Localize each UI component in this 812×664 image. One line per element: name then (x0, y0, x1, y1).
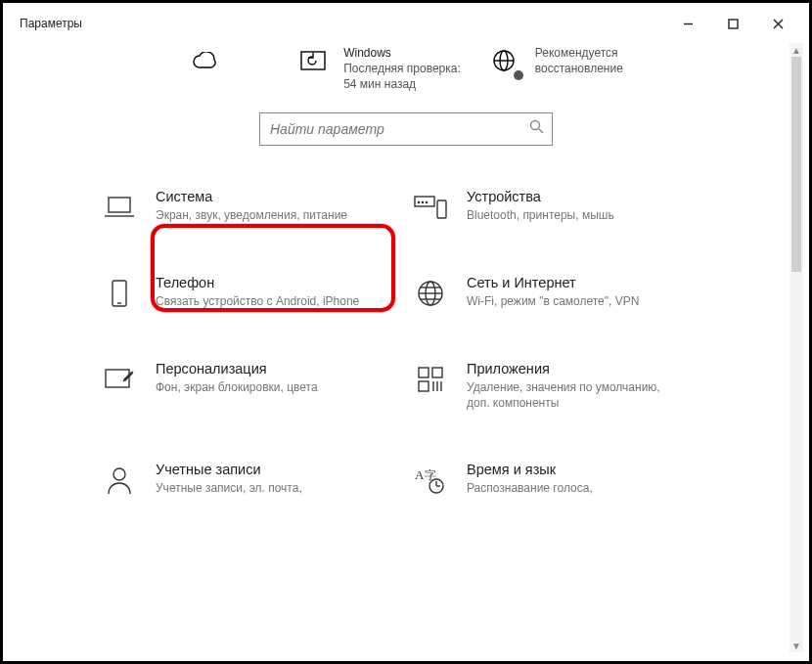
person-icon (103, 464, 136, 497)
tile-desc: Учетные записи, эл. почта, (156, 480, 302, 496)
content-area: Windows Последняя проверка: 54 мин назад… (8, 39, 804, 656)
web-status[interactable]: Рекомендуется восстановление (474, 45, 637, 93)
svg-rect-27 (419, 368, 429, 377)
tile-desc: Связать устройство с Android, iPhone (156, 293, 359, 309)
window-title: Параметры (20, 17, 82, 30)
update-line2: 54 мин назад (343, 76, 461, 92)
svg-marker-26 (123, 372, 133, 381)
svg-rect-17 (113, 281, 126, 306)
phone-icon (103, 277, 136, 310)
minimize-button[interactable] (665, 8, 710, 39)
svg-point-14 (418, 201, 419, 202)
svg-rect-29 (419, 381, 429, 391)
info-strip: Windows Последняя проверка: 54 мин назад… (8, 39, 804, 112)
onedrive-status[interactable] (175, 45, 283, 93)
tile-title: Телефон (156, 275, 359, 290)
minimize-icon (683, 19, 694, 29)
tile-desc: Фон, экран блокировки, цвета (156, 379, 318, 395)
window: Параметры ▲ ▼ (8, 8, 804, 656)
tile-title: Время и язык (467, 462, 593, 477)
apps-icon (414, 363, 447, 396)
search-box[interactable] (259, 112, 553, 146)
tile-desc: Bluetooth, принтеры, мышь (467, 207, 614, 223)
tile-phone[interactable]: Телефон Связать устройство с Android, iP… (103, 275, 398, 310)
tile-desc: Wi-Fi, режим "в самолете", VPN (467, 293, 639, 309)
tile-accounts[interactable]: Учетные записи Учетные записи, эл. почта… (103, 462, 398, 497)
web-line2: восстановление (535, 61, 623, 76)
tile-title: Персонализация (156, 361, 318, 376)
tile-title: Система (156, 189, 347, 204)
web-line1: Рекомендуется (535, 45, 623, 61)
tile-title: Устройства (467, 189, 614, 204)
cloud-icon (189, 45, 222, 78)
svg-point-16 (426, 201, 427, 202)
svg-point-8 (531, 121, 540, 130)
windows-update-status[interactable]: Windows Последняя проверка: 54 мин назад (283, 45, 474, 93)
tile-devices[interactable]: Устройства Bluetooth, принтеры, мышь (414, 189, 709, 224)
search-input[interactable] (270, 121, 529, 137)
update-line1: Последняя проверка: (343, 61, 461, 76)
svg-rect-1 (729, 20, 738, 28)
close-button[interactable] (755, 8, 800, 39)
devices-icon (414, 191, 447, 224)
titlebar: Параметры (8, 8, 804, 39)
tile-desc: Экран, звук, уведомления, питание (156, 207, 347, 223)
svg-point-33 (113, 468, 125, 480)
maximize-button[interactable] (710, 8, 755, 39)
search-icon (529, 119, 544, 138)
personalize-icon (103, 363, 136, 396)
tile-apps[interactable]: Приложения Удаление, значения по умолчан… (414, 361, 709, 411)
svg-rect-12 (415, 197, 434, 206)
settings-grid: Система Экран, звук, уведомления, питани… (103, 189, 709, 497)
svg-point-15 (422, 201, 423, 202)
update-title: Windows (343, 45, 461, 61)
svg-rect-28 (432, 368, 442, 377)
screenshot-border: Параметры ▲ ▼ (0, 0, 812, 664)
close-icon (773, 19, 784, 29)
globe-icon (414, 277, 447, 310)
tile-personalization[interactable]: Персонализация Фон, экран блокировки, цв… (103, 361, 398, 411)
tile-title: Приложения (467, 361, 682, 376)
laptop-icon (103, 191, 136, 224)
tile-desc: Распознавание голоса, (467, 480, 593, 496)
svg-rect-13 (437, 200, 446, 218)
svg-text:A: A (415, 467, 425, 482)
tile-title: Сеть и Интернет (467, 275, 639, 290)
tile-desc: Удаление, значения по умолчанию, доп. ко… (467, 379, 682, 411)
time-language-icon: A字 (414, 464, 447, 497)
refresh-icon (296, 45, 330, 78)
tile-time-language[interactable]: A字 Время и язык Распознавание голоса, (414, 462, 709, 497)
tile-network[interactable]: Сеть и Интернет Wi-Fi, режим "в самолете… (414, 275, 709, 310)
tile-system[interactable]: Система Экран, звук, уведомления, питани… (103, 189, 398, 224)
tile-title: Учетные записи (156, 462, 302, 477)
globe-warning-icon (488, 45, 521, 78)
maximize-icon (728, 19, 739, 29)
svg-line-9 (539, 129, 543, 133)
svg-rect-10 (109, 198, 130, 212)
